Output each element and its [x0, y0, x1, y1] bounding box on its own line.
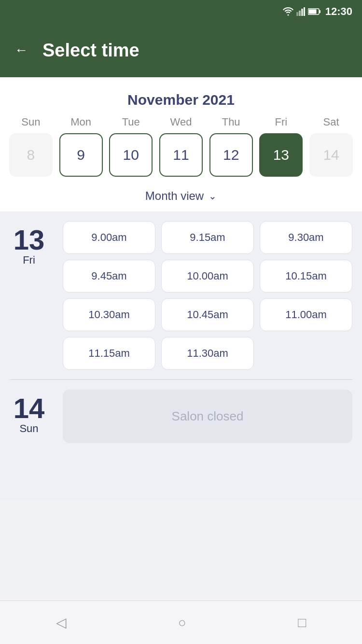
day-14-section: 14 Sun Salon closed: [10, 390, 352, 443]
weekday-wed: Wed: [159, 116, 203, 128]
status-bar: 12:30: [0, 0, 362, 23]
month-year-title: November 2021: [0, 87, 362, 116]
day-9[interactable]: 9: [59, 133, 103, 177]
svg-rect-5: [319, 10, 320, 13]
app-header: ← Select time: [0, 23, 362, 77]
salon-closed-box: Salon closed: [63, 390, 352, 443]
days-row: 8 9 10 11 12 13 14: [0, 133, 362, 184]
slot-1030am[interactable]: 10.30am: [63, 298, 155, 331]
wifi-icon: [283, 7, 293, 16]
status-icons: [283, 7, 320, 16]
day-14-number: 14: [14, 394, 45, 422]
day-13-name: Fri: [23, 254, 35, 266]
slot-945am[interactable]: 9.45am: [63, 260, 155, 293]
weekday-tue: Tue: [109, 116, 153, 128]
chevron-down-icon: ⌄: [209, 190, 217, 202]
day-14-header-row: 14 Sun Salon closed: [10, 390, 352, 443]
day-14-name: Sun: [19, 422, 38, 435]
battery-icon: [308, 8, 320, 15]
slot-915am[interactable]: 9.15am: [161, 221, 254, 254]
slot-1130am[interactable]: 11.30am: [161, 337, 254, 370]
day-12[interactable]: 12: [209, 133, 253, 177]
svg-rect-6: [308, 10, 316, 14]
month-view-label: Month view: [145, 189, 204, 203]
slot-1100am[interactable]: 11.00am: [260, 298, 352, 331]
month-view-toggle[interactable]: Month view ⌄: [0, 184, 362, 211]
nav-back-icon[interactable]: ◁: [56, 615, 67, 630]
slot-1045am[interactable]: 10.45am: [161, 298, 254, 331]
svg-rect-0: [296, 12, 298, 16]
day-13-header-row: 13 Fri 9.00am 9.15am 9.30am 9.45am 10.00…: [10, 221, 352, 370]
weekdays-row: Sun Mon Tue Wed Thu Fri Sat: [0, 116, 362, 128]
section-divider: [10, 379, 352, 380]
day-13-number: 13: [14, 226, 45, 254]
nav-home-icon[interactable]: ○: [178, 615, 186, 630]
weekday-thu: Thu: [209, 116, 253, 128]
weekday-sat: Sat: [309, 116, 353, 128]
back-button[interactable]: ←: [14, 42, 28, 58]
svg-rect-1: [299, 11, 301, 16]
page-title: Select time: [42, 40, 139, 61]
nav-recent-icon[interactable]: □: [298, 615, 306, 630]
day-13-number-block: 13 Fri: [10, 221, 48, 266]
day-13-section: 13 Fri 9.00am 9.15am 9.30am 9.45am 10.00…: [10, 221, 352, 370]
day-8[interactable]: 8: [9, 133, 53, 177]
slot-1115am[interactable]: 11.15am: [63, 337, 155, 370]
slot-1000am[interactable]: 10.00am: [161, 260, 254, 293]
day-13[interactable]: 13: [259, 133, 303, 177]
day-11[interactable]: 11: [159, 133, 203, 177]
time-slots-section: 13 Fri 9.00am 9.15am 9.30am 9.45am 10.00…: [0, 211, 362, 501]
svg-rect-2: [301, 9, 303, 16]
day-14-number-block: 14 Sun: [10, 390, 48, 435]
slot-1015am[interactable]: 10.15am: [260, 260, 352, 293]
svg-rect-3: [304, 7, 305, 16]
slot-930am[interactable]: 9.30am: [260, 221, 352, 254]
weekday-fri: Fri: [259, 116, 303, 128]
signal-icon: [296, 7, 305, 16]
bottom-nav: ◁ ○ □: [0, 601, 362, 644]
day-10[interactable]: 10: [109, 133, 153, 177]
day-13-slots-grid: 9.00am 9.15am 9.30am 9.45am 10.00am 10.1…: [63, 221, 352, 370]
weekday-mon: Mon: [59, 116, 103, 128]
slot-900am[interactable]: 9.00am: [63, 221, 155, 254]
weekday-sun: Sun: [9, 116, 53, 128]
status-time: 12:30: [325, 5, 352, 18]
calendar-section: November 2021 Sun Mon Tue Wed Thu Fri Sa…: [0, 77, 362, 211]
day-14[interactable]: 14: [309, 133, 353, 177]
